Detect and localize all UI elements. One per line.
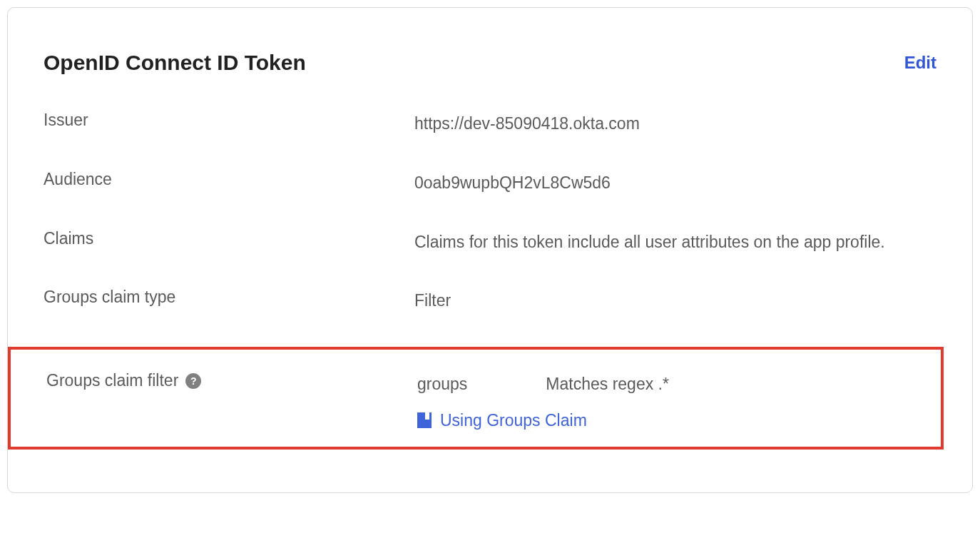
- filter-value-row: groups Matches regex .*: [417, 371, 941, 397]
- label-issuer: Issuer: [44, 111, 414, 130]
- value-groups-claim-type: Filter: [414, 288, 936, 314]
- label-claims: Claims: [44, 229, 414, 248]
- row-issuer: Issuer https://dev-85090418.okta.com: [44, 111, 936, 137]
- row-groups-claim-type: Groups claim type Filter: [44, 288, 936, 314]
- value-claims: Claims for this token include all user a…: [414, 229, 936, 255]
- row-groups-claim-filter: Groups claim filter ? groups Matches reg…: [46, 371, 941, 434]
- panel-title: OpenID Connect ID Token: [44, 51, 306, 75]
- edit-button[interactable]: Edit: [904, 53, 936, 73]
- label-groups-claim-type: Groups claim type: [44, 288, 414, 307]
- value-groups-claim-filter: groups Matches regex .* Using Groups Cla…: [417, 371, 941, 434]
- using-groups-claim-text: Using Groups Claim: [440, 407, 587, 434]
- row-audience: Audience 0oab9wupbQH2vL8Cw5d6: [44, 170, 936, 196]
- value-audience: 0oab9wupbQH2vL8Cw5d6: [414, 170, 936, 196]
- oidc-token-panel: OpenID Connect ID Token Edit Issuer http…: [7, 7, 973, 493]
- highlight-annotation: Groups claim filter ? groups Matches reg…: [8, 347, 944, 450]
- panel-header: OpenID Connect ID Token Edit: [44, 51, 936, 75]
- book-icon: [417, 412, 432, 428]
- label-groups-claim-filter-text: Groups claim filter: [46, 371, 178, 390]
- filter-claim-name: groups: [417, 371, 467, 397]
- value-issuer: https://dev-85090418.okta.com: [414, 111, 936, 137]
- label-groups-claim-filter: Groups claim filter ?: [46, 371, 417, 390]
- filter-match-expression: Matches regex .*: [546, 371, 669, 397]
- row-claims: Claims Claims for this token include all…: [44, 229, 936, 255]
- using-groups-claim-link[interactable]: Using Groups Claim: [417, 407, 941, 434]
- label-audience: Audience: [44, 170, 414, 189]
- help-icon[interactable]: ?: [185, 373, 201, 389]
